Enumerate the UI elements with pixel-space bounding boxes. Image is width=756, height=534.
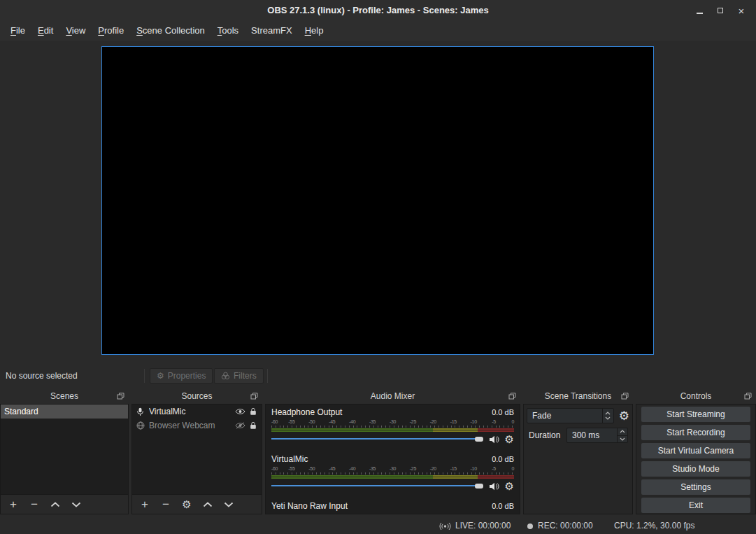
start-streaming-button[interactable]: Start Streaming — [641, 407, 750, 422]
minimize-button[interactable] — [689, 0, 710, 21]
popout-icon[interactable] — [117, 393, 124, 400]
properties-button[interactable]: ⚙ Properties — [150, 368, 213, 384]
mixer-channel-level: 0.0 dB — [492, 455, 514, 463]
sources-dock-title: Sources — [131, 388, 262, 404]
sources-list: VirtualMicBrowser Webcam — [131, 404, 262, 495]
studio-mode-button[interactable]: Studio Mode — [641, 461, 750, 477]
scene-transitions-dock-title: Scene Transitions — [523, 388, 633, 404]
transition-select[interactable]: Fade — [527, 408, 614, 423]
volume-meter — [271, 428, 514, 432]
settings-button[interactable]: Settings — [641, 479, 750, 495]
visibility-off-icon[interactable] — [235, 422, 245, 429]
separator — [144, 369, 145, 383]
start-virtual-camera-button[interactable]: Start Virtual Camera — [641, 443, 750, 458]
menu-view[interactable]: View — [59, 21, 92, 41]
scenes-dock-header: Scenes — [0, 388, 129, 404]
duration-up-button[interactable] — [618, 428, 627, 435]
slider-handle[interactable] — [475, 437, 483, 442]
filters-icon — [221, 372, 230, 380]
popout-icon[interactable] — [508, 393, 516, 400]
transition-settings-gear-icon[interactable]: ⚙ — [619, 410, 629, 422]
audio-mixer-dock-header: Audio Mixer — [265, 388, 520, 404]
mixer-db-scale: -60-55-50-45-40-35-30-25-20-15-10-50 — [271, 512, 514, 514]
scene-item[interactable]: Standard — [1, 405, 128, 419]
preview-area — [0, 41, 756, 366]
sources-toolbar: + − ⚙ — [131, 495, 262, 514]
mixer-settings-gear-icon[interactable]: ⚙ — [505, 434, 514, 444]
source-item[interactable]: Browser Webcam — [132, 419, 262, 433]
scale-label: -40 — [349, 465, 355, 472]
menu-edit[interactable]: Edit — [31, 21, 59, 41]
scale-label: 0 — [511, 465, 514, 472]
add-scene-button[interactable]: + — [8, 498, 18, 510]
move-scene-down-button[interactable] — [71, 502, 81, 507]
rec-status: REC: 00:00:00 — [527, 518, 593, 534]
popout-icon[interactable] — [250, 393, 258, 400]
menu-file[interactable]: File — [4, 21, 31, 41]
popout-icon[interactable] — [744, 393, 752, 400]
chevron-down-icon[interactable] — [605, 416, 611, 420]
menu-profile[interactable]: Profile — [92, 21, 130, 41]
mixer-channel-name: Headphone Output — [271, 407, 342, 417]
scene-transitions-dock: Scene Transitions Fade ⚙ Duration 300 ms — [523, 388, 633, 514]
live-label: LIVE: 00:00:00 — [455, 518, 511, 534]
menu-streamfx[interactable]: StreamFX — [245, 21, 299, 41]
source-item[interactable]: VirtualMic — [132, 405, 262, 419]
move-source-up-button[interactable] — [203, 502, 213, 507]
meter-ticks — [271, 472, 514, 475]
move-scene-up-button[interactable] — [50, 502, 60, 507]
scale-label: 0 — [511, 512, 514, 514]
scale-label: -5 — [492, 465, 496, 472]
sources-dock-header: Sources — [131, 388, 262, 404]
lock-icon[interactable] — [250, 421, 257, 430]
volume-slider[interactable] — [271, 482, 483, 491]
scale-label: -5 — [492, 512, 496, 514]
scale-label: -30 — [390, 465, 396, 472]
scale-label: -50 — [308, 465, 315, 472]
mixer-settings-gear-icon[interactable]: ⚙ — [505, 481, 514, 491]
mixer-channel-name: VirtualMic — [271, 454, 308, 464]
move-source-down-button[interactable] — [224, 502, 234, 507]
remove-scene-button[interactable]: − — [29, 498, 39, 510]
scale-label: -60 — [271, 512, 278, 514]
filters-label: Filters — [234, 371, 257, 381]
remove-source-button[interactable]: − — [161, 498, 171, 510]
visibility-icon[interactable] — [235, 408, 245, 415]
volume-slider[interactable] — [271, 435, 483, 444]
close-icon: × — [739, 6, 745, 16]
maximize-icon — [718, 8, 723, 13]
chevron-up-icon[interactable] — [605, 412, 611, 415]
scale-label: -35 — [369, 419, 376, 425]
duration-down-button[interactable] — [618, 435, 627, 443]
source-toolbar: No source selected ⚙ Properties Filters — [0, 366, 756, 386]
popout-icon[interactable] — [621, 393, 629, 400]
sources-dock: Sources VirtualMicBrowser Webcam + − ⚙ — [131, 388, 262, 514]
filters-button[interactable]: Filters — [214, 368, 264, 384]
exit-button[interactable]: Exit — [641, 498, 750, 513]
no-source-label: No source selected — [6, 366, 78, 386]
add-source-button[interactable]: + — [140, 498, 150, 510]
mute-button[interactable] — [489, 435, 499, 444]
window-controls: × — [689, 0, 752, 21]
scale-label: -10 — [471, 465, 477, 472]
controls-dock-header: Controls — [636, 388, 756, 404]
mixer-db-scale: -60-55-50-45-40-35-30-25-20-15-10-50 — [271, 465, 514, 472]
menu-tools[interactable]: Tools — [211, 21, 245, 41]
slider-handle[interactable] — [475, 484, 483, 489]
duration-spinbox[interactable]: 300 ms — [566, 428, 628, 443]
source-label: VirtualMic — [149, 407, 231, 416]
scale-label: -25 — [410, 512, 416, 514]
start-recording-button[interactable]: Start Recording — [641, 425, 750, 440]
menu-help[interactable]: Help — [299, 21, 330, 41]
menu-scene-collection[interactable]: Scene Collection — [130, 21, 211, 41]
audio-mixer-dock-title: Audio Mixer — [265, 388, 520, 404]
mute-button[interactable] — [489, 482, 499, 491]
maximize-button[interactable] — [710, 0, 731, 21]
duration-value: 300 ms — [567, 430, 617, 440]
preview-canvas[interactable] — [101, 46, 654, 355]
status-bar: LIVE: 00:00:00 REC: 00:00:00 CPU: 1.2%, … — [0, 518, 756, 534]
scale-label: -45 — [329, 512, 335, 514]
close-button[interactable]: × — [731, 0, 752, 21]
source-properties-gear-icon[interactable]: ⚙ — [182, 499, 192, 510]
lock-icon[interactable] — [250, 407, 257, 416]
